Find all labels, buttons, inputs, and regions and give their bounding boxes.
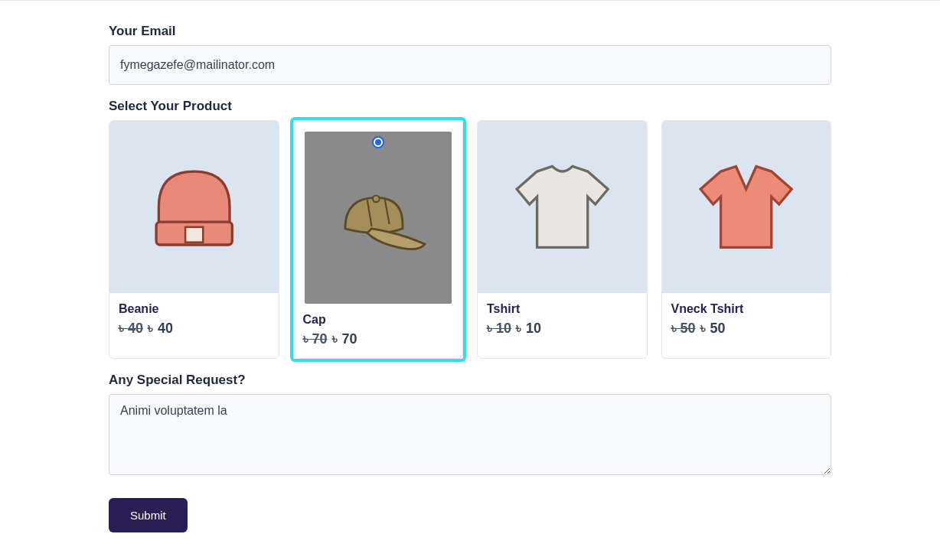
email-input[interactable] (109, 45, 831, 85)
product-name: Beanie (119, 302, 269, 316)
product-grid: Beanie ৳ 40 ৳ 40 (109, 120, 831, 359)
product-select-label: Select Your Product (109, 99, 831, 114)
form-container: Your Email Select Your Product Beanie ৳ (103, 1, 837, 560)
beanie-icon (131, 142, 257, 272)
submit-row: Submit (109, 498, 831, 532)
vneck-tshirt-icon (683, 142, 809, 272)
product-info: Vneck Tshirt ৳ 50 ৳ 50 (662, 293, 831, 347)
current-price: 70 (342, 331, 357, 347)
product-image-vneck (662, 121, 831, 293)
current-price: 40 (158, 321, 173, 337)
old-price: ৳ 70 (303, 331, 328, 347)
old-price: ৳ 40 (119, 321, 143, 337)
product-select-group: Select Your Product Beanie ৳ 40 ৳ 4 (109, 99, 831, 359)
product-card-vneck[interactable]: Vneck Tshirt ৳ 50 ৳ 50 (661, 120, 832, 359)
currency-symbol: ৳ (700, 321, 706, 337)
product-image-beanie (109, 121, 279, 293)
currency-symbol: ৳ (516, 321, 521, 337)
special-request-group: Any Special Request? (109, 373, 831, 478)
price-line: ৳ 40 ৳ 40 (119, 321, 269, 337)
product-radio-cap[interactable] (372, 136, 384, 148)
old-price: ৳ 10 (487, 321, 511, 337)
product-card-tshirt[interactable]: Tshirt ৳ 10 ৳ 10 (477, 120, 648, 359)
price-line: ৳ 10 ৳ 10 (487, 321, 638, 337)
product-card-selected-outline: Cap ৳ 70 ৳ 70 (293, 120, 464, 359)
product-image-tshirt (478, 121, 647, 293)
currency-symbol: ৳ (148, 321, 153, 337)
product-image-cap (305, 132, 452, 304)
svg-point-2 (373, 196, 380, 203)
product-info: Tshirt ৳ 10 ৳ 10 (478, 293, 647, 347)
email-field-group: Your Email (109, 24, 831, 85)
svg-rect-1 (185, 227, 203, 243)
product-card-cap[interactable]: Cap ৳ 70 ৳ 70 (293, 120, 464, 359)
old-price: ৳ 50 (671, 321, 696, 337)
price-line: ৳ 50 ৳ 50 (671, 321, 822, 337)
product-name: Tshirt (487, 302, 638, 316)
current-price: 10 (526, 321, 541, 337)
special-request-label: Any Special Request? (109, 373, 831, 388)
tshirt-icon (499, 142, 625, 272)
special-request-input[interactable] (109, 394, 831, 475)
price-line: ৳ 70 ৳ 70 (303, 331, 454, 347)
current-price: 50 (710, 321, 726, 337)
cap-icon (323, 153, 433, 282)
product-info: Beanie ৳ 40 ৳ 40 (109, 293, 279, 347)
product-card-beanie[interactable]: Beanie ৳ 40 ৳ 40 (109, 120, 279, 359)
product-name: Vneck Tshirt (671, 302, 822, 316)
product-info: Cap ৳ 70 ৳ 70 (294, 304, 463, 358)
email-label: Your Email (109, 24, 831, 39)
currency-symbol: ৳ (332, 331, 338, 347)
product-name: Cap (303, 313, 454, 327)
submit-button[interactable]: Submit (109, 498, 188, 532)
